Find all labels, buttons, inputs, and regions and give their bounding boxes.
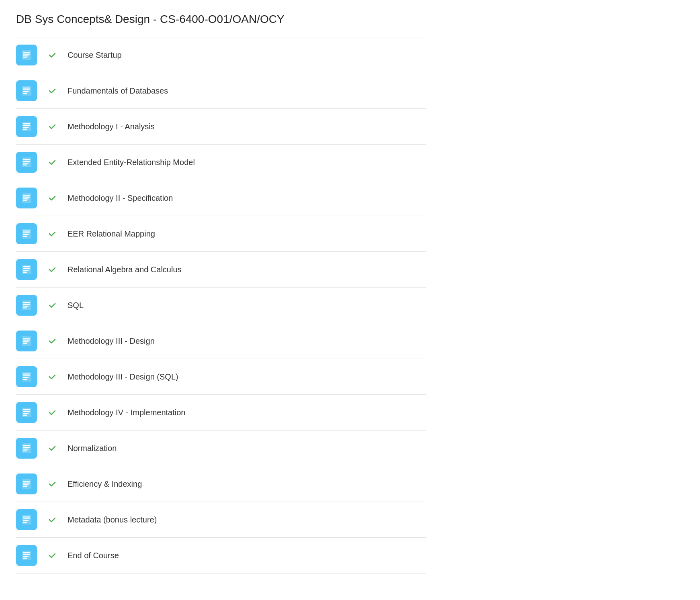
svg-rect-47 [23,376,30,377]
list-item[interactable]: Methodology IV - Implementation [16,395,426,431]
svg-rect-43 [23,341,29,343]
item-label: Metadata (bonus lecture) [68,515,157,524]
svg-rect-36 [23,302,30,303]
svg-rect-66 [23,516,30,518]
svg-rect-39 [23,308,27,309]
list-item[interactable]: Methodology III - Design (SQL) [16,359,426,395]
svg-rect-8 [23,91,29,92]
check-icon [47,444,58,453]
svg-rect-23 [23,198,29,200]
svg-rect-46 [23,373,30,375]
svg-rect-0 [22,50,31,60]
svg-rect-13 [23,127,29,128]
svg-rect-61 [23,481,30,482]
list-item[interactable]: Efficiency & Indexing [16,466,426,502]
svg-rect-16 [23,159,30,160]
svg-rect-74 [23,558,27,559]
list-item[interactable]: Normalization [16,431,426,466]
check-icon [47,51,58,59]
check-icon [47,301,58,310]
svg-rect-27 [23,233,30,234]
list-item[interactable]: Methodology III - Design [16,323,426,359]
check-icon [47,229,58,238]
svg-rect-31 [23,266,30,267]
list-item[interactable]: Extended Entity-Relationship Model [16,145,426,180]
svg-rect-7 [23,90,30,91]
svg-rect-44 [23,343,27,345]
svg-rect-11 [23,123,30,124]
svg-rect-10 [22,122,31,131]
check-icon [47,158,58,167]
list-item[interactable]: Methodology I - Analysis [16,109,426,145]
item-label: Fundamentals of Databases [68,86,168,96]
item-label: Relational Algebra and Calculus [68,265,182,274]
item-label: Methodology II - Specification [68,194,173,203]
module-icon [16,259,37,280]
svg-rect-18 [23,163,29,164]
svg-rect-15 [22,157,31,167]
svg-rect-48 [23,377,29,378]
svg-rect-38 [23,306,29,307]
svg-rect-73 [23,556,29,557]
course-list: Course Startup Fundamentals of Databases… [16,37,426,573]
list-item[interactable]: Relational Algebra and Calculus [16,252,426,288]
svg-rect-33 [23,270,29,271]
item-label: Methodology IV - Implementation [68,408,186,417]
item-label: Extended Entity-Relationship Model [68,158,195,167]
svg-rect-67 [23,518,30,520]
check-icon [47,551,58,560]
item-label: Methodology I - Analysis [68,122,155,131]
svg-rect-72 [23,554,30,555]
list-item[interactable]: Methodology II - Specification [16,180,426,216]
list-item[interactable]: SQL [16,288,426,323]
list-item[interactable]: Course Startup [16,37,426,73]
list-item[interactable]: EER Relational Mapping [16,216,426,252]
check-icon [47,515,58,524]
module-icon [16,473,37,494]
svg-rect-41 [23,338,30,339]
svg-rect-59 [23,451,27,452]
item-label: SQL [68,301,84,310]
svg-rect-56 [23,445,30,446]
svg-rect-52 [23,411,30,412]
svg-rect-2 [23,54,30,55]
module-icon [16,509,37,530]
module-icon [16,402,37,423]
check-icon [47,265,58,274]
svg-rect-6 [23,88,30,89]
check-icon [47,372,58,381]
check-icon [47,480,58,488]
svg-rect-50 [22,408,31,417]
item-label: Efficiency & Indexing [68,480,142,489]
svg-rect-34 [23,272,27,273]
item-label: Normalization [68,444,117,453]
check-icon [47,337,58,345]
list-item[interactable]: End of Course [16,538,426,573]
svg-rect-29 [23,236,27,237]
svg-rect-64 [23,486,27,488]
svg-rect-45 [22,372,31,382]
svg-rect-4 [23,57,27,59]
module-icon [16,331,37,351]
module-icon [16,223,37,244]
module-icon [16,80,37,101]
list-item[interactable]: Fundamentals of Databases [16,73,426,109]
list-item[interactable]: Metadata (bonus lecture) [16,502,426,538]
module-icon [16,116,37,137]
item-label: Course Startup [68,51,122,60]
item-label: EER Relational Mapping [68,229,155,239]
module-icon [16,545,37,566]
module-icon [16,295,37,316]
module-icon [16,188,37,208]
svg-rect-53 [23,413,29,414]
svg-rect-65 [22,515,31,524]
svg-rect-19 [23,165,27,166]
svg-rect-58 [23,449,29,450]
svg-rect-1 [23,52,30,53]
svg-rect-51 [23,409,30,410]
svg-rect-37 [23,304,30,305]
item-label: Methodology III - Design (SQL) [68,372,178,382]
item-label: End of Course [68,551,119,560]
module-icon [16,366,37,387]
svg-rect-63 [23,484,29,486]
